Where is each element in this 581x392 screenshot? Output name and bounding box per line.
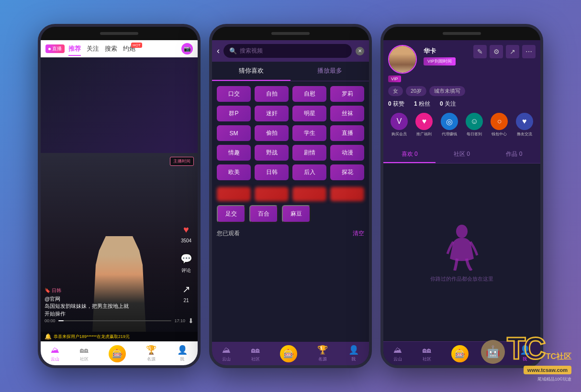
watermark-sub: 尾域精品10©玩途 [537,376,571,382]
video-progress[interactable]: 00:00 17:10 ⬇ [45,317,194,326]
watermark-community: TC社区 [546,352,571,362]
nav-item-home[interactable]: ⛰ 云山 [51,345,59,362]
blurred-tag-2: XXXX [292,187,326,201]
svg-point-0 [456,225,468,238]
tag-btn-18[interactable]: 后入 [292,164,326,180]
tag-btn-0[interactable]: 口交 [217,86,251,102]
bottom-tags: 足交 百合 麻豆 [212,203,369,225]
edit-button[interactable]: ✎ [473,45,487,58]
content-tab-works[interactable]: 作品 0 [488,146,540,163]
video-section-top [41,57,198,153]
search-tabs: 猜你喜欢 播放最多 [212,62,369,81]
ticker-text: 恭喜来探用户189******在龙虎赢取219元 [54,334,130,340]
settings-button[interactable]: ⚙ [490,45,503,58]
phone-notch-3 [383,27,540,40]
like-action[interactable]: ♥ 3504 [179,222,194,243]
p2-nav-me[interactable]: 👤我 [348,345,359,362]
video-tag: 主播时间 [170,157,194,166]
tab-recommend[interactable]: 推荐 [68,44,81,53]
profile-header: VIP 华卡 VIP到期时间 ✎ ⚙ ↗ ⋯ 女 20岁 城市未填写 [383,40,540,146]
p3-nav-center[interactable]: 🎰 [451,345,469,362]
like-count: 3504 [181,238,191,243]
p3-nav-me[interactable]: 👤我 [520,345,530,362]
tag-btn-17[interactable]: 日韩 [255,164,289,180]
phone1-header: 直播 推荐 关注 搜索 约炮 HOT 📷 [41,40,198,57]
avatar-wrap: VIP [388,45,417,82]
tag-btn-7[interactable]: 丝袜 [330,106,364,121]
p2-nav-center[interactable]: 🎰 [280,345,297,362]
tag-madou[interactable]: 麻豆 [282,205,311,223]
feature-friends[interactable]: ♥ 撸友交流 [514,113,536,137]
live-badge: 直播 [45,44,65,53]
search-icon: 🔍 [229,47,237,54]
p2-nav-community[interactable]: 🏘社区 [251,345,260,362]
share-action[interactable]: ↗ 21 [179,282,194,303]
profile-stats: 0 获赞 1 粉丝 0 关注 [388,100,536,108]
phone-notch-1 [41,27,198,40]
tab-date[interactable]: 约炮 HOT [123,44,135,53]
tag-btn-4[interactable]: 群P [217,106,251,121]
tag-btn-1[interactable]: 自拍 [255,86,289,102]
p3-nav-community[interactable]: 🏘社区 [423,345,431,362]
tag-btn-5[interactable]: 迷奸 [255,106,289,121]
tab-most-played[interactable]: 播放最多 [290,62,369,81]
feature-promo[interactable]: ♥ 推广福利 [413,113,435,137]
tab-search[interactable]: 搜索 [105,44,117,53]
content-tab-community[interactable]: 社区 0 [436,146,488,163]
p3-nav-rank[interactable]: 🏆名源 [489,345,499,362]
tag-btn-8[interactable]: SM [217,125,251,141]
video-info: 🔖 日韩 @官网岛国短发韵味妹妹，把男主按地上就开始操作 [45,287,174,317]
blurred-tag-3: XXXX [330,187,364,201]
search-clear-button[interactable]: ✕ [356,47,364,55]
nav-item-community[interactable]: 🏘 社区 [80,345,89,362]
p2-nav-home[interactable]: ⛰云山 [222,345,231,362]
feature-wallet[interactable]: ○ 钱包中心 [488,113,510,137]
search-header: ‹ 🔍 搜索视频 ✕ [212,40,369,62]
content-tab-likes[interactable]: 喜欢 0 [383,146,436,163]
video-main[interactable]: 主播时间 ♥ 3504 💬 评论 ↗ 21 🔖 [41,153,198,332]
profile-top: VIP 华卡 VIP到期时间 ✎ ⚙ ↗ ⋯ [388,45,536,82]
comment-label: 评论 [181,267,191,274]
tag-btn-9[interactable]: 偷拍 [255,125,289,141]
tab-guess-like[interactable]: 猜你喜欢 [212,62,290,81]
tag-btn-11[interactable]: 直播 [330,125,364,141]
tag-btn-13[interactable]: 野战 [255,145,289,161]
tag-foot[interactable]: 足交 [217,205,246,223]
phone2-bottom-nav: ⛰云山 🏘社区 🎰 🏆名源 👤我 [212,342,369,365]
feature-vip[interactable]: V 购买会员 [388,113,410,137]
nav-item-me[interactable]: 👤 我 [177,345,188,362]
back-button[interactable]: ‹ [217,46,220,56]
blurred-tags-row: XXXX XXXX XXXX XXXX [212,185,369,203]
phone-2: ‹ 🔍 搜索视频 ✕ 猜你喜欢 播放最多 口交 自拍 自慰 罗莉 群P 迷奸 明… [209,24,372,368]
history-clear-button[interactable]: 清空 [353,229,364,238]
stat-likes: 0 获赞 [388,100,404,108]
share-button[interactable]: ↗ [506,45,519,58]
camera-icon[interactable]: 📷 [181,43,193,54]
tab-follow[interactable]: 关注 [87,44,99,53]
tag-btn-14[interactable]: 剧情 [292,145,326,161]
nav-item-rank[interactable]: 🏆 名源 [146,345,156,362]
stat-fans: 1 粉丝 [414,100,430,108]
tag-btn-12[interactable]: 情趣 [217,145,251,161]
more-button[interactable]: ⋯ [522,45,536,58]
nav-item-center[interactable]: 🎰 [109,345,126,362]
comment-action[interactable]: 💬 评论 [179,251,194,274]
history-section: 您已观看 清空 [212,225,369,342]
tag-btn-6[interactable]: 明星 [292,106,326,121]
username: 华卡 [424,47,469,55]
feature-checkin[interactable]: ☺ 每日签到 [463,113,485,137]
history-title: 您已观看 [217,229,240,238]
tag-btn-16[interactable]: 欧美 [217,164,251,180]
p2-nav-rank[interactable]: 🏆名源 [317,345,328,362]
tag-lily[interactable]: 百合 [249,205,278,223]
tag-btn-15[interactable]: 动漫 [330,145,364,161]
tag-btn-19[interactable]: 探花 [330,164,364,180]
p3-nav-home[interactable]: ⛰云山 [393,345,402,362]
feature-earn[interactable]: ◎ 代理赚钱 [438,113,460,137]
empty-figure-icon [443,223,481,271]
tag-btn-3[interactable]: 罗莉 [330,86,364,102]
phone-1: 直播 推荐 关注 搜索 约炮 HOT 📷 主播时间 [38,24,201,368]
search-box[interactable]: 🔍 搜索视频 [223,44,352,58]
tag-btn-10[interactable]: 学生 [292,125,326,141]
tag-btn-2[interactable]: 自慰 [292,86,326,102]
